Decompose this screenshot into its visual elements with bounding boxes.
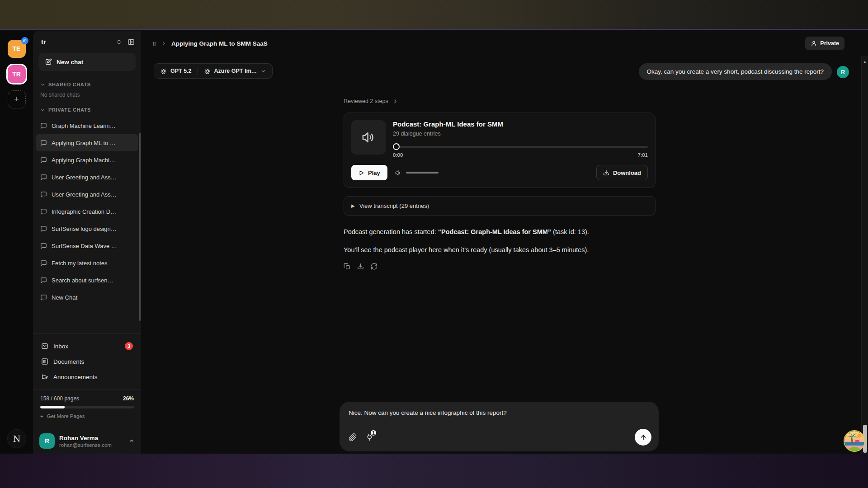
scroll-up-arrow[interactable]: ▲ (862, 56, 868, 64)
plus-icon: + (40, 413, 43, 419)
chat-list-item[interactable]: Fetch my latest notes (36, 254, 138, 272)
copy-icon (344, 263, 350, 270)
sidebar-item-inbox[interactable]: Inbox 3 (33, 338, 141, 354)
podcast-artwork-tile (351, 120, 386, 155)
user-email: rohan@surfsense.com (59, 442, 112, 448)
message-actions (344, 263, 656, 270)
private-chats-section-header[interactable]: PRIVATE CHATS (33, 101, 141, 115)
model-primary-button[interactable]: GPT 5.2 (154, 64, 198, 78)
podcast-subtitle: 29 dialogue entries (393, 131, 648, 137)
no-shared-chats-note: No shared chats (33, 90, 141, 101)
sidebar-header: tr (33, 31, 141, 51)
chat-bubble-icon (40, 243, 47, 249)
chat-bubble-icon (40, 140, 47, 146)
volume-icon[interactable] (395, 169, 402, 177)
composer[interactable]: Nice. Now can you create a nice infograp… (340, 402, 659, 451)
play-button[interactable]: Play (351, 165, 387, 180)
workspace-initials: TR (12, 70, 21, 78)
speaker-icon (361, 130, 376, 145)
add-workspace-button[interactable]: + (8, 90, 26, 108)
assistant-message-line1: Podcast generation has started: “Podcast… (344, 227, 656, 236)
screen: TE TR + N tr (0, 0, 868, 488)
chat-bubble-icon (40, 260, 47, 267)
view-transcript-toggle[interactable]: ▶ View transcript (29 entries) (344, 196, 656, 216)
workspace-members-badge (21, 37, 28, 44)
download-button[interactable]: Download (596, 165, 648, 180)
chevron-right-icon (161, 41, 167, 47)
seek-thumb[interactable] (393, 143, 400, 150)
chat-list-item[interactable]: User Greeting and Ass… (36, 186, 138, 203)
download-icon (603, 169, 609, 176)
user-menu-button[interactable]: R Rohan Verma rohan@surfsense.com (33, 428, 141, 454)
copy-button[interactable] (344, 263, 350, 270)
sidebar-item-announcements[interactable]: Announcements (33, 369, 141, 385)
regenerate-button[interactable] (371, 263, 377, 270)
get-more-pages-button[interactable]: + Get More Pages (40, 413, 134, 419)
arrow-up-icon (640, 434, 647, 441)
chevron-up-icon (128, 438, 135, 444)
caret-right-icon: ▶ (351, 203, 355, 208)
workspace-switcher-button[interactable] (116, 38, 122, 46)
workspace-name: tr (41, 38, 46, 46)
chat-bubble-icon (40, 277, 47, 284)
openai-logo-icon (160, 68, 167, 75)
chat-list-item[interactable]: Applying Graph Machi… (36, 151, 138, 169)
chevron-down-icon (40, 108, 45, 113)
chat-main: tr Applying Graph ML to SMM SaaS Private… (141, 31, 868, 454)
podcast-seek-slider[interactable] (393, 143, 648, 150)
documents-icon (41, 358, 48, 365)
sidebar-scrollbar-thumb[interactable] (139, 133, 141, 321)
private-chats-list: Graph Machine Learni… Applying Graph ML … (33, 115, 141, 306)
new-chat-button[interactable]: New chat (38, 53, 136, 71)
chat-bubble-icon (40, 225, 47, 232)
workspace-initials: TE (13, 45, 21, 52)
shared-chats-section-header[interactable]: SHARED CHATS (33, 75, 141, 90)
download-message-button[interactable] (357, 263, 364, 270)
assistant-thread: Reviewed 2 steps Podcast: Graph-ML Ideas… (344, 98, 656, 270)
chat-list-item[interactable]: SurfSense logo design… (36, 220, 138, 237)
assistant-message-line2: You’ll see the podcast player here when … (344, 245, 656, 254)
inbox-icon (41, 343, 48, 350)
main-scrollbar[interactable]: ▲ (861, 56, 868, 454)
sidebar-item-documents[interactable]: Documents (33, 354, 141, 369)
chat-list-item-active[interactable]: Applying Graph ML to … (36, 134, 138, 151)
compose-icon (45, 58, 52, 66)
chat-list-item[interactable]: New Chat (36, 289, 138, 306)
model-secondary-button[interactable]: Azure GPT Im… (198, 64, 272, 78)
chat-bubble-icon (40, 157, 47, 164)
privacy-button[interactable]: Private (805, 37, 844, 50)
desktop-top-band (0, 0, 868, 30)
podcast-title: Podcast: Graph-ML Ideas for SMM (393, 120, 648, 128)
chat-list-item[interactable]: User Greeting and Ass… (36, 169, 138, 186)
usage-progress-bar (40, 406, 134, 408)
chat-list-item[interactable]: Infographic Creation D… (36, 203, 138, 220)
chat-list-item[interactable]: Graph Machine Learni… (36, 117, 138, 134)
app-window: TE TR + N tr (0, 31, 868, 454)
send-button[interactable] (635, 429, 651, 446)
users-icon (23, 39, 27, 43)
workspace-button-tr[interactable]: TR (8, 65, 26, 83)
megaphone-icon (41, 373, 48, 380)
reviewed-steps-toggle[interactable]: Reviewed 2 steps (344, 98, 656, 104)
chat-bubble-icon (40, 122, 47, 129)
current-time: 0:00 (393, 152, 403, 158)
chat-list-item[interactable]: SurfSense Data Wave … (36, 237, 138, 254)
chat-bubble-icon (40, 294, 47, 301)
app-logo[interactable]: N (7, 429, 26, 448)
attach-file-button[interactable] (349, 433, 357, 441)
plus-icon: + (14, 95, 19, 104)
user-name: Rohan Verma (59, 435, 112, 441)
volume-slider[interactable] (406, 172, 439, 174)
composer-input[interactable]: Nice. Now can you create a nice infograp… (349, 409, 650, 416)
island-extension-badge[interactable] (844, 430, 865, 452)
openai-logo-icon (204, 68, 211, 75)
breadcrumb-workspace[interactable]: tr (153, 40, 156, 47)
collapse-sidebar-button[interactable] (127, 38, 135, 46)
chat-list-item[interactable]: Search about surfsen… (36, 272, 138, 289)
main-header: tr Applying Graph ML to SMM SaaS Private (141, 31, 868, 56)
podcast-player-card: Podcast: Graph-ML Ideas for SMM 29 dialo… (344, 113, 656, 188)
seek-track (393, 146, 648, 148)
workspace-rail: TE TR + N (0, 31, 33, 454)
workspace-button-te[interactable]: TE (8, 40, 26, 58)
connectors-button[interactable]: 1 (366, 433, 373, 441)
